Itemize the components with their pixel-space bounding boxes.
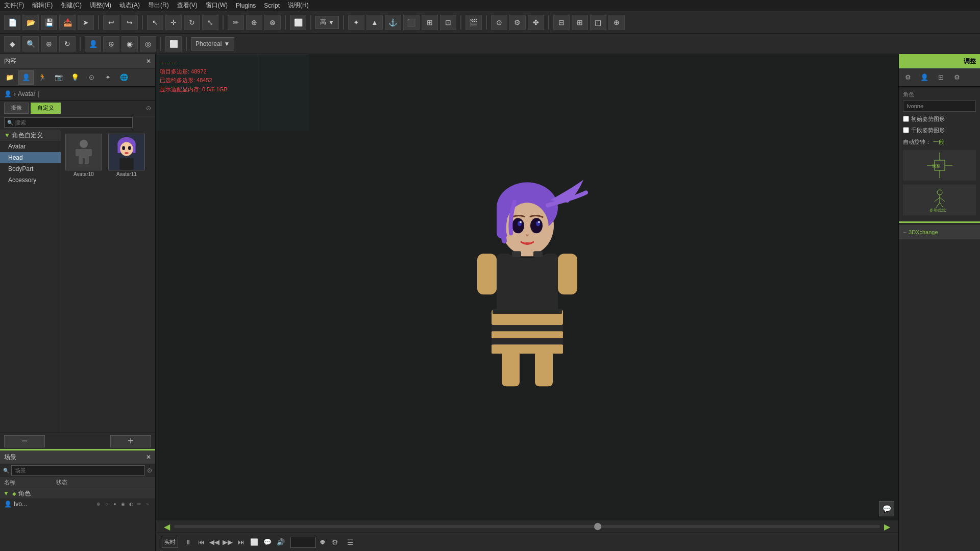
menu-edit[interactable]: 编辑(E) xyxy=(32,1,53,10)
content-search-input[interactable] xyxy=(4,117,133,128)
video-button[interactable]: 🎬 xyxy=(465,15,482,30)
scene-icon[interactable]: 🌐 xyxy=(116,70,132,85)
paint-button[interactable]: ✏ xyxy=(228,15,244,30)
timeline-next-icon[interactable]: ▶ xyxy=(884,522,890,532)
tool3-button[interactable]: ◫ xyxy=(590,15,606,30)
xchange-section[interactable]: − 3DXchange xyxy=(899,225,980,239)
frame-spinner[interactable] xyxy=(320,540,325,544)
scene-close-button[interactable]: ✕ xyxy=(146,454,151,461)
menu-file[interactable]: 文件(F) xyxy=(4,1,24,10)
motion-icon[interactable]: 🏃 xyxy=(35,70,50,85)
right-person-icon[interactable]: 👤 xyxy=(917,70,932,85)
menu-create[interactable]: 创建(C) xyxy=(61,1,82,10)
scale-button[interactable]: ⤡ xyxy=(202,15,218,30)
render-quality-dropdown[interactable]: 高 ▼ xyxy=(315,16,339,29)
view-btn[interactable]: ⬜ xyxy=(165,36,182,52)
select-button[interactable]: ↖ xyxy=(147,15,163,30)
transform-button[interactable]: ⊡ xyxy=(440,15,456,30)
asset-avatar11[interactable]: Avatar11 xyxy=(106,132,147,431)
tool4-button[interactable]: ⊕ xyxy=(608,15,625,30)
settings-icon[interactable]: ⚙ xyxy=(329,537,340,548)
undo-button[interactable]: ↩ xyxy=(103,15,119,30)
audio-button[interactable]: 🔊 xyxy=(275,537,286,548)
frame-number-input[interactable]: 1257 xyxy=(290,537,316,548)
tool2-button[interactable]: ⊞ xyxy=(572,15,588,30)
timeline-prev-icon[interactable]: ◀ xyxy=(164,522,170,532)
rotate-button[interactable]: ↻ xyxy=(184,15,200,30)
category-group-header[interactable]: ▼ 角色自定义 xyxy=(0,130,61,141)
right-grid-icon[interactable]: ⊞ xyxy=(934,70,948,85)
new-button[interactable]: 📄 xyxy=(4,15,20,30)
scene-item-ivo[interactable]: 👤 Ivo... ⊕ ○ ● ◉ ◐ ✏ ~ xyxy=(0,498,155,510)
right-settings-icon[interactable]: ⚙ xyxy=(901,70,915,85)
orbit-button[interactable]: ⊙ xyxy=(491,15,507,30)
frame-button[interactable]: ⬛ xyxy=(403,15,420,30)
pan-btn[interactable]: ⊕ xyxy=(41,36,57,52)
category-avatar[interactable]: Avatar xyxy=(0,141,61,152)
menu-adjust[interactable]: 调整(M) xyxy=(90,1,111,10)
grid-button[interactable]: ⊞ xyxy=(422,15,438,30)
scene-search-input[interactable] xyxy=(11,465,145,475)
snap-to-button[interactable]: ◆ xyxy=(4,36,20,52)
open-button[interactable]: 📂 xyxy=(22,15,39,30)
script-button[interactable]: ✤ xyxy=(528,15,544,30)
scene-expand-icon[interactable]: ⊙ xyxy=(147,467,152,474)
prop-icon[interactable]: ⊙ xyxy=(84,70,99,85)
item-icon7[interactable]: ~ xyxy=(144,500,151,508)
zoom-btn[interactable]: 🔍 xyxy=(22,36,39,52)
frame-up-icon[interactable] xyxy=(320,540,325,542)
avatar-btn[interactable]: 👤 xyxy=(85,36,101,52)
go-start-button[interactable]: ⏮ xyxy=(195,537,207,548)
item-icon5[interactable]: ◐ xyxy=(128,500,135,508)
light-button[interactable]: ✦ xyxy=(348,15,364,30)
pause-button[interactable]: ⏸ xyxy=(182,537,193,548)
anchor-button[interactable]: ⚓ xyxy=(385,15,401,30)
category-bodypart[interactable]: BodyPart xyxy=(0,163,61,174)
folder-icon[interactable]: 📁 xyxy=(2,70,17,85)
light-icon[interactable]: 💡 xyxy=(67,70,83,85)
redo-button[interactable]: ↪ xyxy=(121,15,138,30)
item-icon4[interactable]: ◉ xyxy=(119,500,127,508)
content-close-button[interactable]: ✕ xyxy=(146,58,151,65)
effects-icon[interactable]: ✦ xyxy=(100,70,115,85)
item-icon6[interactable]: ✏ xyxy=(136,500,143,508)
loop-button[interactable]: ⬜ xyxy=(249,537,260,548)
list-icon[interactable]: ☰ xyxy=(345,537,356,548)
step-fwd-button[interactable]: ▶▶ xyxy=(222,537,233,548)
menu-plugins[interactable]: Plugins xyxy=(236,2,256,9)
menu-script[interactable]: Script xyxy=(264,2,280,9)
menu-export[interactable]: 导出(R) xyxy=(148,1,169,10)
camera-button[interactable]: ▲ xyxy=(366,15,383,30)
menu-view[interactable]: 查看(V) xyxy=(177,1,198,10)
viewport-area[interactable]: ---- ---- 项目多边形: 48972 已选约多边形: 48452 显示适… xyxy=(156,54,898,520)
person-icon[interactable]: 👤 xyxy=(18,70,34,85)
save-button[interactable]: 💾 xyxy=(41,15,57,30)
frame-down-icon[interactable] xyxy=(320,542,325,544)
scrubber-thumb[interactable] xyxy=(594,523,601,530)
focus-btn[interactable]: ◎ xyxy=(140,36,156,52)
snap-button[interactable]: ⊗ xyxy=(264,15,281,30)
item-icon3[interactable]: ● xyxy=(111,500,118,508)
physics-button[interactable]: ⚙ xyxy=(509,15,526,30)
tool1-button[interactable]: ⊟ xyxy=(553,15,570,30)
category-accessory[interactable]: Accessory xyxy=(0,174,61,186)
render-mode-dropdown[interactable]: Photoreal ▼ xyxy=(191,37,234,51)
add-asset-button[interactable]: + xyxy=(110,435,151,447)
go-end-button[interactable]: ⏭ xyxy=(235,537,247,548)
tab-camera[interactable]: 摄像 xyxy=(4,103,29,114)
menu-animate[interactable]: 动态(A) xyxy=(119,1,140,10)
magnify-btn[interactable]: ⊕ xyxy=(103,36,119,52)
chat-button[interactable]: 💬 xyxy=(879,501,894,516)
item-icon1[interactable]: ⊕ xyxy=(95,500,102,508)
checkbox-segment-pose-input[interactable] xyxy=(903,127,909,133)
saveas-button[interactable]: 📥 xyxy=(59,15,76,30)
magnet-button[interactable]: ⊕ xyxy=(246,15,262,30)
scene-group-characters[interactable]: ▼ ◆ 角色 xyxy=(0,488,155,498)
expand-icon[interactable]: ⊙ xyxy=(146,105,151,112)
menu-window[interactable]: 窗口(W) xyxy=(206,1,228,10)
eye-btn[interactable]: ◉ xyxy=(121,36,138,52)
timeline-scrubber[interactable] xyxy=(174,525,880,528)
item-icon2[interactable]: ○ xyxy=(103,500,110,508)
checkbox-initial-pose-input[interactable] xyxy=(903,116,909,122)
remove-asset-button[interactable]: − xyxy=(4,435,45,447)
